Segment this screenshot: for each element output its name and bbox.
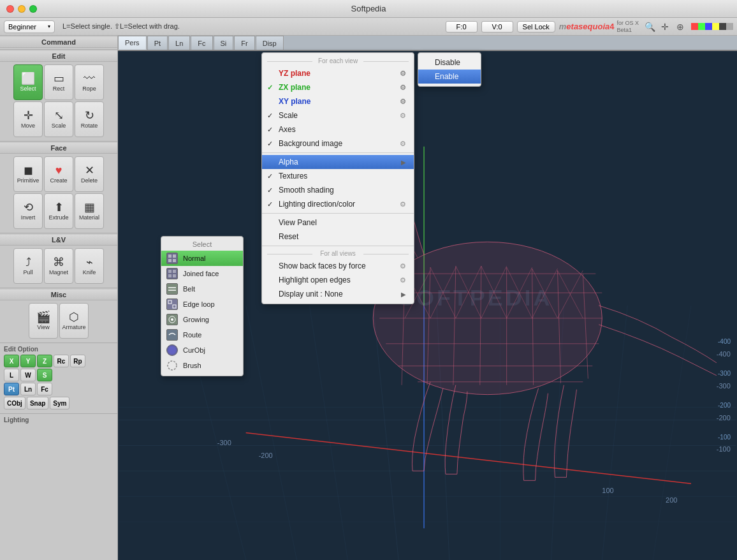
menu-item-alpha[interactable]: Alpha ▶ bbox=[262, 155, 414, 169]
svg-rect-65 bbox=[168, 254, 171, 258]
alpha-enable[interactable]: Enable bbox=[418, 70, 481, 84]
pull-tool[interactable]: ⤴ Pull bbox=[13, 248, 43, 284]
magnet-tool[interactable]: ⌘ Magnet bbox=[44, 248, 73, 284]
select-item-brush[interactable]: Brush bbox=[161, 358, 243, 373]
delete-icon: ✕ bbox=[85, 165, 94, 176]
l-option[interactable]: L bbox=[4, 369, 19, 381]
menu-item-view-panel[interactable]: View Panel bbox=[262, 216, 414, 230]
menu-item-xy-plane[interactable]: XY plane ⚙ bbox=[262, 94, 414, 108]
alpha-submenu: Disable Enable bbox=[418, 52, 481, 87]
color-block-light[interactable] bbox=[726, 23, 733, 30]
extrude-tool[interactable]: ⬆ Extrude bbox=[44, 193, 73, 229]
fc-option[interactable]: Fc bbox=[37, 383, 52, 395]
minimize-button[interactable] bbox=[18, 5, 26, 13]
menu-item-background-image[interactable]: Background image ⚙ bbox=[262, 136, 414, 151]
select-item-growing[interactable]: Growing bbox=[161, 312, 243, 327]
armature-tool[interactable]: ⬡ Armature bbox=[59, 303, 89, 339]
s-option[interactable]: S bbox=[37, 369, 52, 381]
rc-option[interactable]: Rc bbox=[54, 355, 69, 367]
edit-section: Edit ⬜ Select ▭ Rect 〰 Rope ✛ Move bbox=[0, 50, 117, 142]
close-button[interactable] bbox=[6, 5, 14, 13]
titlebar: Softpedia bbox=[0, 0, 737, 18]
rotate-tool[interactable]: ↻ Rotate bbox=[75, 101, 104, 137]
color-block-yellow[interactable] bbox=[712, 23, 719, 30]
tab-fr[interactable]: Fr bbox=[234, 36, 254, 50]
color-block-blue[interactable] bbox=[705, 23, 712, 30]
maximize-button[interactable] bbox=[29, 5, 37, 13]
menu-item-display-unit[interactable]: Display unit : None ▶ bbox=[262, 287, 414, 301]
delete-tool[interactable]: ✕ Delete bbox=[75, 156, 104, 192]
color-block-red[interactable] bbox=[691, 23, 698, 30]
x-option[interactable]: X bbox=[4, 355, 19, 367]
svg-rect-76 bbox=[173, 305, 176, 308]
invert-icon: ⟲ bbox=[24, 202, 33, 213]
menu-item-reset[interactable]: Reset bbox=[262, 230, 414, 244]
sym-option[interactable]: Sym bbox=[50, 397, 69, 409]
select-item-normal[interactable]: Normal bbox=[161, 251, 243, 266]
curobj-label: CurObj bbox=[183, 346, 205, 354]
menu-item-show-back-faces[interactable]: Show back faces by force ⚙ bbox=[262, 259, 414, 273]
menu-item-smooth-shading[interactable]: Smooth shading bbox=[262, 183, 414, 197]
material-tool[interactable]: ▦ Material bbox=[75, 193, 104, 229]
snap-option[interactable]: Snap bbox=[27, 397, 48, 409]
menu-item-zx-plane[interactable]: ZX plane ⚙ bbox=[262, 80, 414, 94]
color-block-dark[interactable] bbox=[719, 23, 726, 30]
rp-option[interactable]: Rp bbox=[70, 355, 85, 367]
armature-icon: ⬡ bbox=[69, 311, 79, 323]
misc-title: Misc bbox=[0, 290, 117, 300]
tab-pt[interactable]: Pt bbox=[147, 36, 168, 50]
menu-item-highlight-open-edges[interactable]: Highlight open edges ⚙ bbox=[262, 273, 414, 287]
menu-item-yz-plane[interactable]: YZ plane ⚙ bbox=[262, 66, 414, 80]
w-option[interactable]: W bbox=[20, 369, 36, 381]
create-tool[interactable]: ♥ Create bbox=[44, 156, 73, 192]
axis-label-neg300: -300 bbox=[718, 370, 731, 377]
mode-dropdown[interactable]: Beginner ▾ bbox=[4, 20, 55, 33]
select-panel-title: Select bbox=[161, 239, 243, 251]
reset-label: Reset bbox=[279, 232, 298, 241]
scale-tool[interactable]: ⤡ Scale bbox=[44, 101, 73, 137]
select-item-joined-face[interactable]: Joined face bbox=[161, 266, 243, 281]
tab-si[interactable]: Si bbox=[214, 36, 234, 50]
menu-item-textures[interactable]: Textures bbox=[262, 169, 414, 183]
zoom-icon[interactable]: ⊕ bbox=[673, 20, 687, 34]
alpha-disable[interactable]: Disable bbox=[418, 55, 481, 70]
sel-lock-button[interactable]: Sel Lock bbox=[517, 21, 555, 33]
tab-bar: Pers Pt Ln Fc Si Fr Disp bbox=[118, 36, 737, 51]
tab-pers[interactable]: Pers bbox=[118, 36, 147, 50]
edit-option-section: Edit Option X Y Z Rc Rp L W S Pt Ln Fc C… bbox=[0, 343, 117, 413]
knife-icon: ⌁ bbox=[86, 256, 93, 268]
material-icon: ▦ bbox=[84, 202, 95, 213]
z-option[interactable]: Z bbox=[37, 355, 52, 367]
create-label: Create bbox=[50, 177, 67, 184]
cobj-option[interactable]: CObj bbox=[4, 397, 26, 409]
xy-plane-label: XY plane bbox=[279, 97, 310, 106]
menu-item-lighting[interactable]: Lighting direction/color ⚙ bbox=[262, 197, 414, 211]
search-icon[interactable]: 🔍 bbox=[643, 20, 657, 34]
view-tool[interactable]: 🎬 View bbox=[29, 303, 58, 339]
rect-tool[interactable]: ▭ Rect bbox=[44, 64, 73, 100]
primitive-tool[interactable]: ◼ Primitive bbox=[13, 156, 43, 192]
select-tool[interactable]: ⬜ Select bbox=[13, 64, 43, 100]
y-option[interactable]: Y bbox=[20, 355, 36, 367]
tab-fc[interactable]: Fc bbox=[191, 36, 212, 50]
smooth-shading-label: Smooth shading bbox=[279, 186, 334, 195]
move-tool[interactable]: ✛ Move bbox=[13, 101, 43, 137]
invert-tool[interactable]: ⟲ Invert bbox=[13, 193, 43, 229]
move-icon[interactable]: ✛ bbox=[658, 20, 672, 34]
select-item-curobj[interactable]: CurObj bbox=[161, 343, 243, 358]
tab-disp[interactable]: Disp bbox=[256, 36, 284, 50]
menu-item-axes[interactable]: Axes bbox=[262, 122, 414, 136]
knife-tool[interactable]: ⌁ Knife bbox=[75, 248, 104, 284]
select-item-belt[interactable]: Belt bbox=[161, 281, 243, 297]
select-item-edge-loop[interactable]: Edge loop bbox=[161, 297, 243, 312]
display-unit-label: Display unit : None bbox=[279, 290, 343, 298]
rope-tool[interactable]: 〰 Rope bbox=[75, 64, 104, 100]
rope-icon: 〰 bbox=[84, 73, 95, 84]
tab-ln[interactable]: Ln bbox=[168, 36, 190, 50]
pt-option[interactable]: Pt bbox=[4, 383, 19, 395]
color-block-green[interactable] bbox=[698, 23, 705, 30]
select-item-route[interactable]: Route bbox=[161, 327, 243, 343]
ln-option[interactable]: Ln bbox=[20, 383, 36, 395]
show-back-faces-label: Show back faces by force bbox=[279, 262, 366, 270]
menu-item-scale[interactable]: Scale ⚙ bbox=[262, 108, 414, 122]
